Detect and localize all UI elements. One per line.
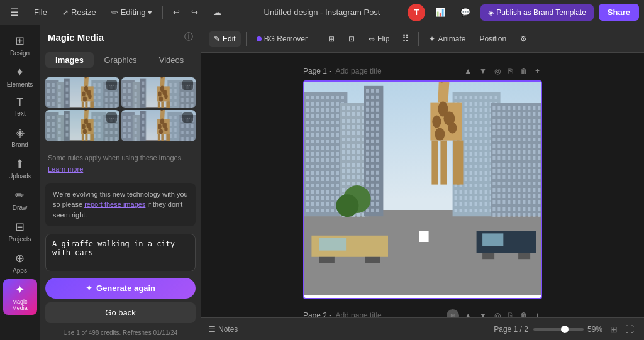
- page-1-delete-btn[interactable]: 🗑: [518, 65, 530, 77]
- image-options-1[interactable]: ···: [106, 80, 117, 90]
- menu-button[interactable]: ☰: [5, 4, 24, 21]
- credits-text: Use 1 of 498 credits. Refreshes 01/11/24: [40, 327, 201, 340]
- sidebar-item-brand[interactable]: ◈ Brand: [3, 122, 37, 152]
- image-cell-2[interactable]: ···: [121, 77, 196, 108]
- zoom-slider[interactable]: [533, 328, 584, 331]
- resize-menu[interactable]: ⤢ Resize: [57, 5, 101, 19]
- prompt-input[interactable]: A giraffe walking in a city with cars: [45, 234, 196, 271]
- more-options-button[interactable]: ⠿: [398, 30, 413, 47]
- generate-button[interactable]: ✦ Generate again: [45, 278, 196, 299]
- canvas-area: ✎ Edit BG Remover ⊞ ⊡ ⇔ Flip ⠿ ✦ Animate: [201, 25, 644, 340]
- page-2-add-title[interactable]: Add page title: [335, 311, 381, 317]
- zoom-percent: 59%: [587, 325, 602, 334]
- tab-images[interactable]: Images: [45, 52, 94, 68]
- doc-title: Untitled design - Instagram Post: [264, 8, 380, 17]
- page-1-label: Page 1 -: [303, 67, 331, 75]
- panel-info-icon[interactable]: ⓘ: [184, 31, 193, 43]
- resize-icon: ⤢: [62, 8, 69, 17]
- undo-button[interactable]: ↩: [168, 5, 185, 19]
- tab-videos[interactable]: Videos: [147, 52, 196, 68]
- toolbar-sep-2: [318, 32, 318, 46]
- page-1-add-title[interactable]: Add page title: [335, 67, 381, 75]
- redo-button[interactable]: ↪: [186, 5, 203, 19]
- page-1-collapse-btn[interactable]: ▲: [462, 65, 474, 77]
- report-link[interactable]: report these images: [84, 200, 145, 208]
- panel-title: Magic Media: [48, 32, 104, 43]
- position-button[interactable]: Position: [474, 31, 511, 47]
- grid-button[interactable]: ⊞: [323, 31, 340, 47]
- avatar: T: [408, 4, 425, 21]
- image-options-4[interactable]: ···: [182, 112, 193, 123]
- page-2-add-btn[interactable]: +: [533, 309, 542, 317]
- publish-button[interactable]: ◈ Publish as Brand Template: [480, 4, 594, 21]
- adjust-icon: ⚙: [520, 35, 527, 43]
- undo-redo-group: ↩ ↪: [168, 5, 203, 19]
- uploads-icon: ⬆: [15, 157, 25, 171]
- crop-icon: ⊡: [348, 35, 355, 43]
- draw-icon: ✏: [15, 189, 25, 202]
- canvas-scroll[interactable]: Page 1 - Add page title ▲ ▼ ◎ ⎘ 🗑 +: [201, 53, 644, 317]
- chevron-down-icon: ▾: [148, 8, 152, 17]
- chart-button[interactable]: 📊: [430, 5, 450, 19]
- page-1-add-btn[interactable]: +: [533, 65, 542, 77]
- sidebar-item-magic-media[interactable]: ✦ Magic Media: [3, 279, 37, 315]
- tab-graphics[interactable]: Graphics: [96, 52, 145, 68]
- sidebar-label-projects: Projects: [8, 236, 31, 243]
- image-cell-1[interactable]: ···: [45, 77, 119, 108]
- page-2-collapse-btn[interactable]: ▲: [462, 309, 474, 317]
- notice-area: Some rules apply when using these images…: [40, 146, 201, 179]
- page-2-icon-btn[interactable]: ⊞: [447, 309, 459, 317]
- main-layout: ⊞ Design ✦ Elements T Text ◈ Brand ⬆ Upl…: [0, 25, 644, 340]
- bg-remover-button[interactable]: BG Remover: [252, 31, 313, 47]
- sidebar-item-elements[interactable]: ✦ Elements: [3, 62, 37, 92]
- bottombar: ☰ Notes Page 1 / 2 59% ⊞ ⛶: [201, 317, 644, 340]
- learn-more-link[interactable]: Learn more: [48, 165, 83, 173]
- grid-view-button[interactable]: ⊞: [608, 323, 620, 336]
- comments-button[interactable]: 💬: [455, 5, 475, 19]
- edit-button[interactable]: ✎ Edit: [209, 31, 241, 47]
- main-giraffe-canvas: [304, 82, 542, 295]
- pencil-icon: ✏: [111, 8, 118, 17]
- animate-button[interactable]: ✦ Animate: [424, 31, 470, 47]
- notes-button[interactable]: ☰ Notes: [209, 325, 238, 334]
- page-1-view-btn[interactable]: ◎: [492, 65, 503, 77]
- image-options-2[interactable]: ···: [182, 80, 193, 90]
- page-2-copy-btn[interactable]: ⎘: [506, 309, 515, 317]
- zoom-slider-thumb[interactable]: [561, 326, 569, 333]
- page-1-canvas[interactable]: [303, 80, 542, 299]
- elements-icon: ✦: [15, 65, 25, 79]
- bg-remover-dot: [257, 35, 262, 43]
- toolbar-sep-3: [418, 32, 419, 46]
- page-2-label-row: Page 2 - Add page title ⊞ ▲ ▼ ◎ ⎘ 🗑 +: [303, 309, 542, 317]
- editing-menu[interactable]: ✏ Editing ▾: [106, 5, 158, 19]
- goback-button[interactable]: Go back: [45, 302, 196, 323]
- cloud-save-button[interactable]: ☁: [208, 5, 226, 19]
- file-menu[interactable]: File: [29, 5, 52, 19]
- page-2-delete-btn[interactable]: 🗑: [518, 309, 530, 317]
- page-1-copy-btn[interactable]: ⎘: [506, 65, 515, 77]
- topbar: ☰ File ⤢ Resize ✏ Editing ▾ ↩ ↪ ☁ Untitl…: [0, 0, 644, 25]
- crop-button[interactable]: ⊡: [343, 31, 360, 47]
- sidebar-item-text[interactable]: T Text: [3, 93, 37, 121]
- zoom-control: 59%: [533, 325, 602, 334]
- sidebar-item-uploads[interactable]: ⬆ Uploads: [3, 153, 37, 184]
- flip-button[interactable]: ⇔ Flip: [364, 31, 394, 47]
- sidebar-item-draw[interactable]: ✏ Draw: [3, 185, 37, 215]
- page-2-view-btn[interactable]: ◎: [492, 309, 503, 317]
- sidebar-item-design[interactable]: ⊞ Design: [3, 30, 37, 60]
- chart-icon: 📊: [435, 8, 445, 17]
- share-button[interactable]: Share: [599, 4, 639, 21]
- page-2-expand-btn[interactable]: ▼: [477, 309, 489, 317]
- fullscreen-button[interactable]: ⛶: [623, 323, 636, 336]
- sidebar-label-draw: Draw: [13, 204, 27, 211]
- sidebar-item-apps[interactable]: ⊕ Apps: [3, 248, 37, 278]
- adjust-button[interactable]: ⚙: [515, 31, 532, 47]
- sidebar-label-magic-media: Magic Media: [6, 299, 35, 311]
- image-options-3[interactable]: ···: [106, 112, 117, 123]
- panel-tabs: Images Graphics Videos: [40, 48, 201, 72]
- page-1-expand-btn[interactable]: ▼: [477, 65, 489, 77]
- image-cell-3[interactable]: ···: [45, 110, 119, 141]
- sidebar-item-projects[interactable]: ⊟ Projects: [3, 216, 37, 246]
- page-1-label-row: Page 1 - Add page title ▲ ▼ ◎ ⎘ 🗑 +: [303, 65, 542, 77]
- image-cell-4[interactable]: ···: [121, 110, 196, 141]
